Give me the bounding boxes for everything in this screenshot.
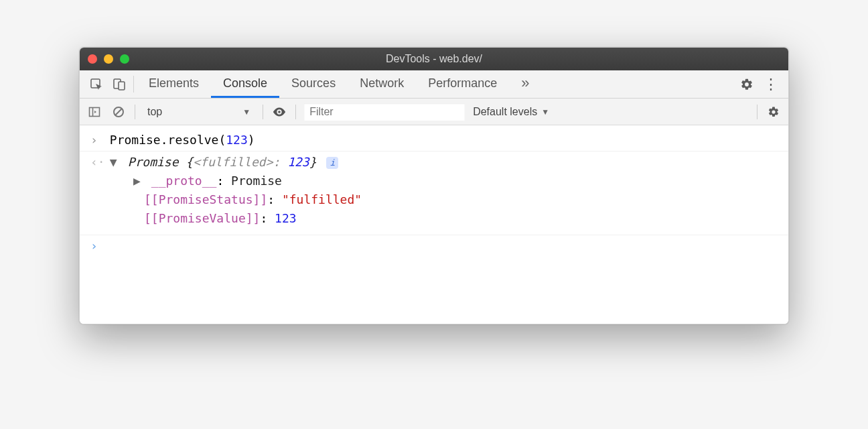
code-token: Promise.resolve (110, 133, 219, 147)
levels-label: Default levels (473, 106, 537, 118)
settings-gear-icon[interactable] (735, 78, 759, 91)
devtools-window: DevTools - web.dev/ Elements Console Sou… (79, 47, 789, 324)
console-prompt-row[interactable]: › (80, 235, 788, 257)
console-settings-gear-icon[interactable] (766, 106, 782, 118)
toolbar-separator (133, 76, 134, 93)
expand-toggle-icon[interactable]: ▼ (110, 153, 121, 172)
brace: { (179, 155, 194, 169)
subbar-separator (295, 105, 296, 119)
brace: } (309, 155, 317, 169)
console-output: › Promise.resolve(123) ‹· ▼ Promise {<fu… (80, 125, 788, 324)
subbar-separator (263, 105, 263, 119)
toolbar-right: ⋮ (729, 70, 783, 98)
chevron-down-icon: ▼ (242, 107, 250, 117)
window-title: DevTools - web.dev/ (80, 53, 788, 65)
filter-input[interactable] (304, 103, 465, 121)
panel-tabs: Elements Console Sources Network Perform… (137, 70, 541, 98)
console-input-row[interactable]: › Promise.resolve(123) (80, 129, 788, 151)
prop-key: [[PromiseValue]] (144, 211, 260, 225)
chevron-down-icon: ▼ (541, 107, 549, 117)
prompt-chevron-icon: › (90, 131, 102, 149)
window-minimize-button[interactable] (104, 54, 113, 64)
inspect-element-icon[interactable] (85, 70, 108, 98)
prop-key: __proto__ (151, 174, 217, 188)
console-result-row: ‹· ▼ Promise {<fulfilled>: 123} i ▶ __pr… (80, 151, 788, 235)
clear-console-icon[interactable] (111, 106, 127, 118)
code-number: 123 (226, 133, 248, 147)
prop-key: [[PromiseStatus]] (144, 192, 267, 206)
code-token: ) (248, 133, 255, 147)
main-toolbar: Elements Console Sources Network Perform… (80, 70, 788, 99)
subbar-separator (135, 105, 135, 119)
log-levels-selector[interactable]: Default levels ▼ (473, 106, 549, 118)
angle-open: < (193, 155, 200, 169)
angle-close: > (266, 155, 273, 169)
object-class: Promise (128, 155, 179, 169)
console-toolbar: top ▼ Default levels ▼ (80, 99, 788, 125)
output-chevron-icon: ‹· (90, 153, 102, 172)
info-badge-icon[interactable]: i (326, 157, 338, 169)
prop-value: 123 (275, 211, 297, 225)
expand-toggle-icon[interactable]: ▶ (133, 172, 144, 190)
object-property-row[interactable]: [[PromiseValue]]: 123 (90, 209, 778, 228)
tab-elements[interactable]: Elements (137, 70, 211, 98)
execution-context-selector[interactable]: top ▼ (143, 105, 255, 119)
promise-value: 123 (287, 155, 309, 169)
traffic-lights (88, 54, 129, 64)
more-menu-icon[interactable]: ⋮ (759, 76, 783, 93)
console-sidebar-toggle-icon[interactable] (86, 106, 102, 118)
colon: : (273, 155, 287, 169)
svg-line-6 (116, 109, 122, 115)
device-toolbar-icon[interactable] (108, 70, 131, 98)
result-summary-line[interactable]: ‹· ▼ Promise {<fulfilled>: 123} i (90, 153, 778, 172)
context-label: top (147, 106, 162, 118)
tab-sources[interactable]: Sources (279, 70, 348, 98)
promise-state: fulfilled (200, 155, 266, 169)
tab-performance[interactable]: Performance (416, 70, 509, 98)
window-close-button[interactable] (88, 54, 97, 64)
svg-rect-2 (119, 82, 125, 90)
titlebar[interactable]: DevTools - web.dev/ (80, 48, 788, 70)
tabs-overflow-button[interactable]: » (509, 70, 541, 98)
live-expression-icon[interactable] (271, 105, 287, 119)
object-property-row[interactable]: ▶ __proto__: Promise (90, 172, 778, 190)
tab-console[interactable]: Console (211, 70, 279, 98)
prompt-chevron-icon: › (90, 237, 102, 255)
tab-network[interactable]: Network (348, 70, 416, 98)
object-property-row[interactable]: [[PromiseStatus]]: "fulfilled" (90, 190, 778, 209)
subbar-separator (757, 105, 757, 119)
code-token: ( (218, 133, 226, 147)
prop-value: "fulfilled" (282, 192, 362, 206)
prop-value: Promise (231, 174, 282, 188)
window-zoom-button[interactable] (120, 54, 129, 64)
